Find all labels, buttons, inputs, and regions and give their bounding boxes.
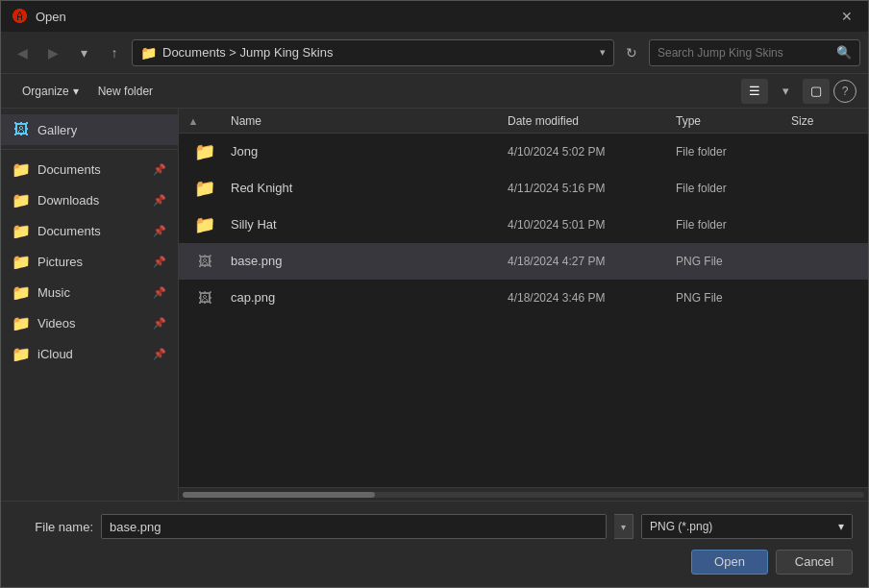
forward-button[interactable]: ▶ (39, 39, 66, 66)
sidebar-item-pictures[interactable]: 📁 Pictures 📌 (1, 246, 178, 277)
sidebar-label-documents: Documents (37, 162, 145, 177)
red-knight-type: File folder (676, 182, 791, 195)
app-icon: 🅐 (12, 9, 28, 24)
organize-label: Organize (22, 85, 69, 98)
pin-icon-icloud: 📌 (153, 348, 166, 360)
downloads-icon: 📁 (12, 191, 30, 208)
silly-hat-name: Silly Hat (231, 217, 508, 232)
sidebar-label-icloud: iCloud (37, 347, 145, 361)
scrollbar-track (183, 492, 864, 498)
col-name-header[interactable]: Name (208, 114, 508, 128)
filename-label: File name: (16, 520, 93, 534)
toolbar-right: ☰ ▾ ▢ ? (741, 79, 857, 104)
search-box[interactable]: 🔍 (649, 39, 860, 66)
file-row-cap-png[interactable]: 🖼 cap.png 4/18/2024 3:46 PM PNG File (179, 280, 868, 316)
videos-icon: 📁 (12, 314, 30, 331)
file-row-jong[interactable]: 📁 Jong 4/10/2024 5:02 PM File folder (179, 134, 868, 170)
file-row-silly-hat[interactable]: 📁 Silly Hat 4/10/2024 5:01 PM File folde… (179, 207, 868, 243)
col-date-header[interactable]: Date modified (508, 114, 676, 128)
back-icon: ◀ (17, 45, 28, 61)
filename-row: File name: ▾ PNG (*.png) ▾ (16, 514, 853, 539)
file-row-red-knight[interactable]: 📁 Red Knight 4/11/2024 5:16 PM File fold… (179, 170, 868, 207)
pin-icon-music: 📌 (153, 286, 166, 299)
pin-icon-videos: 📌 (153, 317, 166, 330)
silly-hat-icon: 📁 (179, 214, 231, 235)
col-type-header[interactable]: Type (676, 114, 791, 128)
base-png-date: 4/18/2024 4:27 PM (508, 255, 676, 268)
back-button[interactable]: ◀ (9, 39, 36, 66)
jong-date: 4/10/2024 5:02 PM (508, 145, 676, 159)
refresh-button[interactable]: ↻ (618, 39, 645, 66)
view-details-icon: ☰ (749, 84, 760, 98)
cap-png-date: 4/18/2024 3:46 PM (508, 291, 676, 305)
help-icon: ? (842, 85, 849, 98)
sidebar-item-music[interactable]: 📁 Music 📌 (1, 277, 178, 307)
cancel-button[interactable]: Cancel (776, 550, 853, 575)
sidebar-item-icloud[interactable]: 📁 iCloud 📌 (1, 338, 178, 369)
view-details-button[interactable]: ☰ (741, 79, 768, 104)
sidebar-item-gallery[interactable]: 🖼 Gallery (1, 114, 178, 145)
sidebar-label-documents2: Documents (37, 224, 145, 238)
organize-button[interactable]: Organize ▾ (12, 79, 88, 104)
music-icon: 📁 (12, 283, 30, 301)
filename-dropdown-button[interactable]: ▾ (614, 514, 633, 539)
cap-png-icon: 🖼 (179, 290, 231, 306)
file-row-base-png[interactable]: 🖼 base.png 4/18/2024 4:27 PM PNG File (179, 243, 868, 280)
address-input[interactable]: 📁 Documents > Jump King Skins ▾ (132, 39, 614, 66)
help-button[interactable]: ? (833, 80, 857, 103)
pin-icon-pictures: 📌 (153, 256, 166, 268)
sidebar-label-music: Music (37, 285, 145, 300)
address-bar: ◀ ▶ ▾ ↑ 📁 Documents > Jump King Skins ▾ … (1, 32, 868, 74)
title-bar: 🅐 Open ✕ (1, 1, 868, 32)
sidebar-item-documents2[interactable]: 📁 Documents 📌 (1, 215, 178, 246)
preview-icon: ▢ (810, 84, 822, 98)
sidebar-label-pictures: Pictures (37, 255, 145, 269)
jong-name: Jong (231, 144, 508, 159)
filetype-arrow-icon: ▾ (838, 520, 844, 533)
new-folder-button[interactable]: New folder (88, 79, 162, 104)
close-button[interactable]: ✕ (837, 7, 857, 26)
bottom-bar: File name: ▾ PNG (*.png) ▾ Open Cancel (1, 501, 868, 587)
address-path: Documents > Jump King Skins (162, 45, 592, 60)
silly-hat-date: 4/10/2024 5:01 PM (508, 218, 676, 232)
base-png-name: base.png (231, 254, 508, 268)
pictures-icon: 📁 (12, 253, 30, 270)
preview-pane-button[interactable]: ▢ (803, 79, 830, 104)
sidebar-label-videos: Videos (37, 316, 145, 331)
dropdown-recent-button[interactable]: ▾ (70, 39, 97, 66)
filename-input[interactable] (101, 514, 607, 539)
up-button[interactable]: ↑ (101, 39, 128, 66)
filetype-dropdown[interactable]: PNG (*.png) ▾ (641, 514, 853, 539)
gallery-icon: 🖼 (12, 121, 30, 138)
pin-icon-documents2: 📌 (153, 225, 166, 237)
cap-png-type: PNG File (676, 291, 791, 305)
sidebar-item-downloads[interactable]: 📁 Downloads 📌 (1, 184, 178, 215)
sidebar-label-downloads: Downloads (37, 193, 145, 208)
red-knight-date: 4/11/2024 5:16 PM (508, 182, 676, 195)
sidebar-item-documents[interactable]: 📁 Documents 📌 (1, 154, 178, 184)
new-folder-label: New folder (98, 85, 153, 98)
red-knight-icon: 📁 (179, 178, 231, 199)
icloud-icon: 📁 (12, 345, 30, 362)
pin-icon: 📌 (153, 163, 166, 176)
jong-icon: 📁 (179, 141, 231, 162)
jong-type: File folder (676, 145, 791, 159)
search-icon: 🔍 (836, 45, 852, 60)
sidebar-item-videos[interactable]: 📁 Videos 📌 (1, 307, 178, 338)
pin-icon-downloads: 📌 (153, 194, 166, 207)
open-dialog: 🅐 Open ✕ ◀ ▶ ▾ ↑ 📁 Documents > Jump King… (0, 0, 869, 588)
view-dropdown-icon: ▾ (782, 84, 789, 98)
search-input[interactable] (658, 46, 836, 60)
horizontal-scrollbar[interactable] (179, 487, 868, 501)
file-header: ▲ Name Date modified Type Size (179, 109, 868, 134)
dropdown-icon: ▾ (81, 45, 87, 61)
base-png-icon: 🖼 (179, 254, 231, 269)
documents2-icon: 📁 (12, 222, 30, 239)
folder-icon: 📁 (140, 45, 157, 61)
col-size-header[interactable]: Size (791, 114, 868, 128)
view-dropdown-button[interactable]: ▾ (772, 79, 799, 104)
red-knight-name: Red Knight (231, 181, 508, 195)
open-button[interactable]: Open (691, 550, 768, 575)
address-chevron-icon: ▾ (600, 46, 606, 59)
scrollbar-thumb[interactable] (183, 492, 375, 498)
